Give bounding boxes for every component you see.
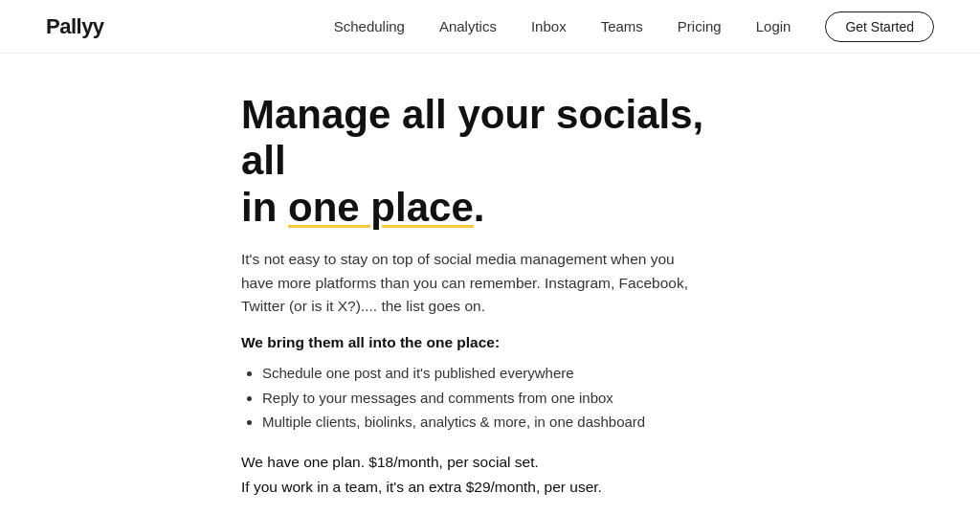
hero-title-highlight: one place <box>288 185 474 230</box>
nav-item-analytics[interactable]: Analytics <box>439 18 497 34</box>
hero-list: Schedule one post and it's published eve… <box>241 361 739 435</box>
nav-item-login[interactable]: Login <box>756 18 791 34</box>
nav-item-teams[interactable]: Teams <box>601 18 643 34</box>
header: Pallyy Scheduling Analytics Inbox Teams … <box>0 0 980 54</box>
hero-section: Manage all your socials, all in one plac… <box>241 92 739 515</box>
hero-bullet-1: Schedule one post and it's published eve… <box>262 361 739 386</box>
hero-pricing: We have one plan. $18/month, per social … <box>241 450 739 501</box>
hero-title: Manage all your socials, all in one plac… <box>241 92 739 231</box>
get-started-button[interactable]: Get Started <box>825 11 934 42</box>
nav-item-pricing[interactable]: Pricing <box>678 18 722 34</box>
hero-description: It's not easy to stay on top of social m… <box>241 248 710 319</box>
hero-bullet-3: Multiple clients, biolinks, analytics & … <box>262 410 739 435</box>
nav-item-scheduling[interactable]: Scheduling <box>334 18 405 34</box>
hero-subhead: We bring them all into the one place: <box>241 334 739 351</box>
main-nav: Scheduling Analytics Inbox Teams Pricing… <box>334 11 934 42</box>
nav-item-inbox[interactable]: Inbox <box>531 18 567 34</box>
logo: Pallyy <box>46 14 104 39</box>
main-content: Manage all your socials, all in one plac… <box>0 54 980 515</box>
hero-bullet-2: Reply to your messages and comments from… <box>262 386 739 411</box>
